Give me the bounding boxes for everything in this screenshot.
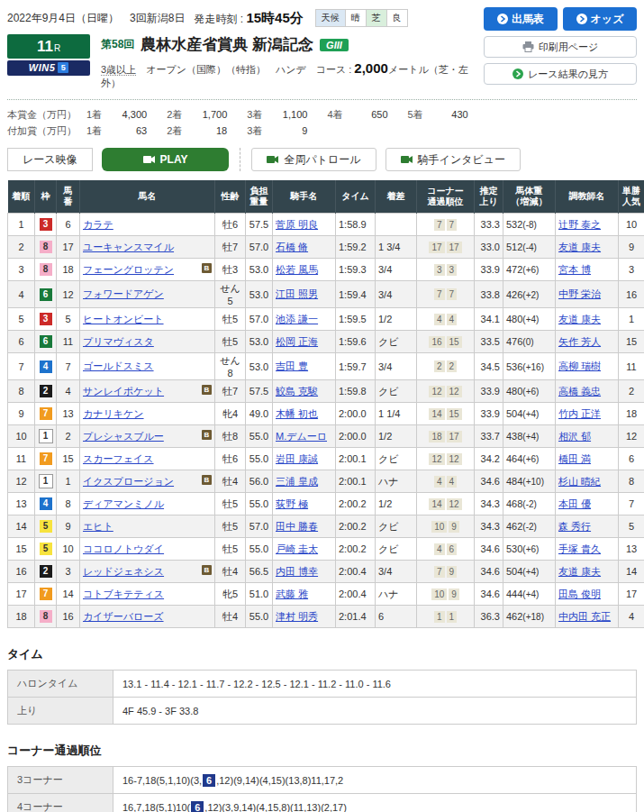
- jockey-link[interactable]: 江田 照男: [276, 288, 318, 299]
- jockey-link[interactable]: 岩田 康誠: [276, 453, 318, 464]
- jockey-link[interactable]: 菅原 明良: [276, 219, 318, 230]
- horse-link[interactable]: スカーフェイス: [83, 453, 154, 464]
- horse-weight: 480(+4): [503, 308, 556, 331]
- trainer-link[interactable]: 友道 康夫: [558, 566, 601, 577]
- win-popularity: 9: [619, 236, 644, 259]
- trainer-link[interactable]: 高柳 瑞樹: [558, 360, 601, 371]
- furlong-times: 13.1 - 11.4 - 12.1 - 11.7 - 12.2 - 12.5 …: [113, 671, 637, 698]
- horse-link[interactable]: レッドジェネシス: [83, 566, 164, 577]
- jockey-link[interactable]: 戸崎 圭太: [276, 543, 318, 554]
- jockey-link[interactable]: 石橋 脩: [276, 242, 308, 252]
- horse-name-cell: ゴールドスミス: [80, 353, 215, 380]
- jockey-link[interactable]: 吉田 豊: [276, 360, 308, 371]
- blinker-badge: B: [202, 565, 212, 575]
- prize-place: 1着: [86, 109, 102, 120]
- jockey-link[interactable]: 木幡 初也: [276, 408, 318, 419]
- horse-number: 5: [57, 308, 80, 331]
- trainer-cell: 手塚 貴久: [556, 538, 619, 561]
- weight-change: (-2): [522, 499, 537, 509]
- trainer-link[interactable]: 田島 俊明: [558, 588, 601, 599]
- last-3f-time: 33.9: [475, 380, 503, 403]
- horse-link[interactable]: イクスプロージョン: [83, 476, 174, 487]
- prize-place: 4着: [327, 109, 342, 120]
- finish-position: 3: [8, 259, 35, 281]
- horse-link[interactable]: カナリキケン: [83, 408, 144, 419]
- trainer-link[interactable]: 中野 栄治: [558, 288, 601, 299]
- horse-link[interactable]: カラテ: [83, 219, 113, 230]
- trainer-link[interactable]: 高橋 義忠: [558, 386, 601, 397]
- trainer-link[interactable]: 本田 優: [558, 498, 591, 509]
- odds-button[interactable]: オッズ: [563, 7, 637, 31]
- trainer-link[interactable]: 橋田 満: [558, 453, 591, 464]
- jockey-link[interactable]: 松岡 正海: [276, 336, 318, 347]
- trainer-link[interactable]: 友道 康夫: [558, 242, 601, 252]
- finish-time: 2:00.0: [336, 425, 376, 448]
- horse-link[interactable]: プレシャスブルー: [83, 431, 164, 442]
- row-label: 4コーナー: [8, 794, 113, 812]
- horse-link[interactable]: サンレイポケット: [83, 386, 164, 397]
- weight-change: (0): [522, 337, 533, 347]
- trainer-link[interactable]: 竹内 正洋: [558, 408, 601, 419]
- horse-link[interactable]: ディアマンミノル: [83, 498, 164, 509]
- race-number-suffix: R: [54, 43, 60, 53]
- trainer-link[interactable]: 杉山 晴紀: [558, 476, 601, 487]
- prize-place: 3着: [247, 109, 262, 120]
- jockey-link[interactable]: 松若 風馬: [276, 264, 318, 275]
- print-button[interactable]: 印刷用ページ: [484, 36, 637, 58]
- finish-time: 2:00.2: [336, 538, 376, 561]
- jockey-interview-button[interactable]: 騎手インタビュー: [385, 148, 521, 171]
- jockey-link[interactable]: M.デムーロ: [276, 431, 327, 442]
- win-popularity: 4: [619, 606, 644, 628]
- printer-icon: [522, 41, 534, 52]
- last-3f-time: 34.6: [475, 561, 503, 583]
- jockey-cell: 江田 照男: [273, 281, 336, 308]
- horse-number: 14: [57, 583, 80, 606]
- margin: 1 3/4: [376, 236, 417, 259]
- trainer-cell: 田島 俊明: [556, 583, 619, 606]
- horse-link[interactable]: ゴールドスミス: [83, 360, 154, 371]
- jockey-link[interactable]: 田中 勝春: [276, 521, 318, 532]
- jockey-link[interactable]: 三浦 皇成: [276, 476, 318, 487]
- jockey-link[interactable]: 内田 博幸: [276, 566, 318, 577]
- carried-weight: 53.0: [246, 281, 273, 308]
- frame-badge: 7: [40, 452, 52, 465]
- trainer-link[interactable]: 森 秀行: [558, 521, 591, 532]
- trainer-link[interactable]: 矢作 芳人: [558, 336, 601, 347]
- jockey-link[interactable]: 池添 謙一: [276, 314, 318, 324]
- jockey-cell: 田中 勝春: [273, 515, 336, 538]
- win-popularity: 16: [619, 281, 644, 308]
- column-header: 枠: [35, 180, 57, 214]
- trainer-link[interactable]: 相沢 郁: [558, 431, 591, 442]
- entries-button[interactable]: 出馬表: [484, 7, 558, 31]
- horse-link[interactable]: ユーキャンスマイル: [83, 242, 174, 252]
- jockey-link[interactable]: 荻野 極: [276, 498, 308, 509]
- trainer-link[interactable]: 宮本 博: [558, 264, 591, 275]
- condition-badges: 天候晴芝良: [316, 9, 408, 27]
- howto-button[interactable]: レース結果の見方: [484, 63, 637, 85]
- sex-age: 牡5: [215, 515, 246, 538]
- trainer-link[interactable]: 手塚 貴久: [558, 543, 601, 554]
- weight-change: (+18): [522, 612, 544, 622]
- horse-link[interactable]: フォワードアゲン: [83, 288, 164, 299]
- horse-link[interactable]: カイザーバローズ: [83, 611, 164, 622]
- finish-position: 11: [8, 448, 35, 470]
- horse-link[interactable]: コトブキテティス: [83, 588, 164, 599]
- jockey-link[interactable]: 武藤 雅: [276, 588, 308, 599]
- trainer-link[interactable]: 友道 康夫: [558, 314, 601, 324]
- patrol-video-button[interactable]: 全周パトロール: [251, 148, 376, 171]
- horse-link[interactable]: プリマヴィスタ: [83, 336, 154, 347]
- horse-link[interactable]: ヒートオンビート: [83, 314, 164, 324]
- horse-link[interactable]: フェーングロッテン: [83, 264, 174, 275]
- trainer-link[interactable]: 中内田 充正: [558, 611, 611, 622]
- win-popularity: 13: [619, 538, 644, 561]
- frame-number: 7: [35, 403, 57, 425]
- last-3f-time: 34.6: [475, 583, 503, 606]
- jockey-link[interactable]: 津村 明秀: [276, 611, 318, 622]
- win-popularity: 11: [619, 353, 644, 380]
- horse-link[interactable]: ココロノトウダイ: [83, 543, 164, 554]
- weight-change: (+6): [522, 265, 539, 275]
- horse-link[interactable]: エヒト: [83, 521, 113, 532]
- jockey-link[interactable]: 鮫島 克駿: [276, 386, 318, 397]
- trainer-link[interactable]: 辻野 泰之: [558, 219, 601, 230]
- play-button[interactable]: PLAY: [102, 148, 230, 171]
